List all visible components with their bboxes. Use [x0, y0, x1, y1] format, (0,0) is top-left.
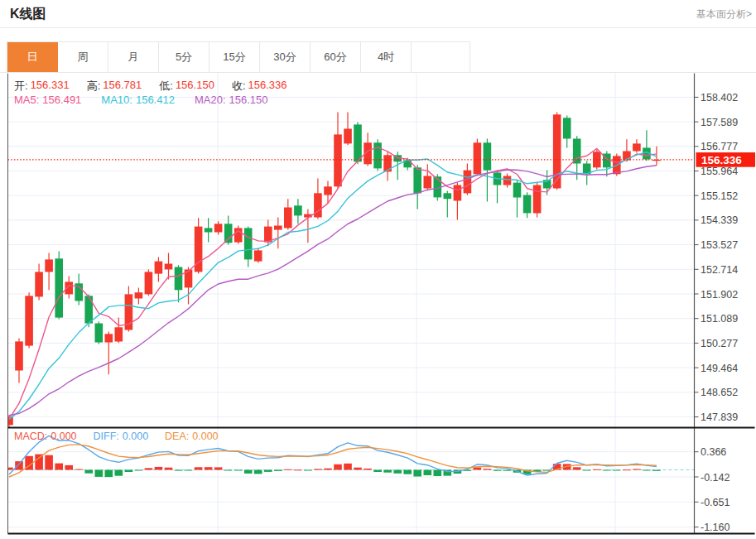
- macd-histogram: [5, 455, 660, 478]
- kline-chart-canvas[interactable]: 158.402157.589156.777155.964155.152154.3…: [0, 0, 756, 539]
- svg-text:151.902: 151.902: [701, 289, 738, 301]
- svg-text:-0.142: -0.142: [701, 472, 730, 484]
- current-price-tag: 156.336: [696, 152, 756, 167]
- svg-text:148.652: 148.652: [701, 387, 738, 398]
- svg-text:156.336: 156.336: [701, 154, 742, 166]
- svg-text:155.964: 155.964: [701, 166, 738, 177]
- svg-text:154.339: 154.339: [701, 214, 738, 226]
- svg-text:150.277: 150.277: [701, 338, 738, 349]
- svg-text:153.527: 153.527: [701, 239, 738, 251]
- svg-text:157.589: 157.589: [701, 117, 738, 128]
- svg-text:147.839: 147.839: [701, 411, 738, 423]
- svg-text:158.402: 158.402: [701, 92, 738, 103]
- svg-text:152.714: 152.714: [701, 264, 738, 276]
- svg-text:-0.651: -0.651: [701, 497, 730, 508]
- svg-text:151.089: 151.089: [701, 313, 738, 325]
- svg-text:-1.160: -1.160: [701, 522, 730, 533]
- ma20-line: [9, 166, 657, 416]
- ma10-line: [9, 152, 657, 420]
- svg-text:156.777: 156.777: [701, 141, 738, 152]
- svg-text:149.464: 149.464: [701, 363, 738, 374]
- svg-text:155.152: 155.152: [701, 190, 738, 202]
- svg-text:0.366: 0.366: [701, 446, 726, 458]
